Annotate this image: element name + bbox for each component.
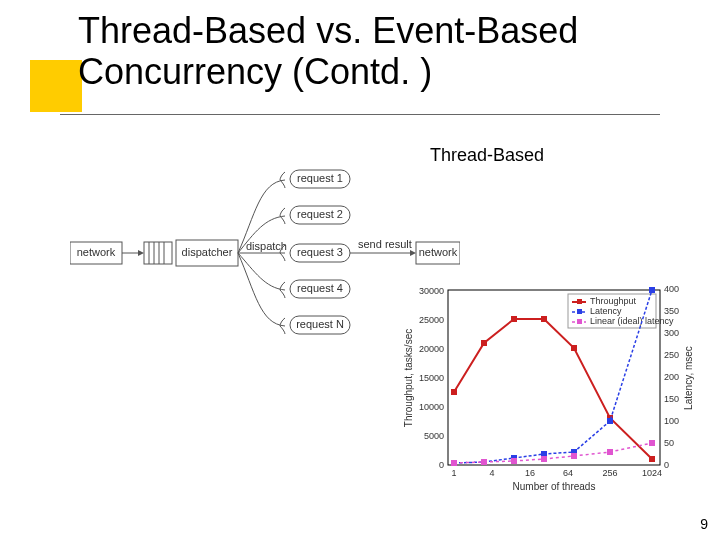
- svg-text:1024: 1024: [642, 468, 662, 478]
- x-axis-label: Number of threads: [513, 481, 596, 492]
- svg-text:5000: 5000: [424, 431, 444, 441]
- svg-text:0: 0: [664, 460, 669, 470]
- legend-latency: Latency: [590, 306, 622, 316]
- legend-linear: Linear (ideal) latency: [590, 316, 674, 326]
- svg-text:20000: 20000: [419, 344, 444, 354]
- svg-rect-21: [577, 319, 582, 324]
- svg-text:10000: 10000: [419, 402, 444, 412]
- svg-text:256: 256: [602, 468, 617, 478]
- title-accent-square: [30, 60, 82, 112]
- svg-rect-62: [571, 453, 577, 459]
- svg-text:50: 50: [664, 438, 674, 448]
- svg-text:15000: 15000: [419, 373, 444, 383]
- svg-rect-17: [577, 299, 582, 304]
- queue-box: [144, 242, 172, 264]
- legend-throughput: Throughput: [590, 296, 637, 306]
- svg-text:request 4: request 4: [297, 282, 343, 294]
- left-axis-label: Throughput, tasks/sec: [403, 329, 414, 427]
- left-axis-ticks: 0 5000 10000 15000 20000 25000 30000: [419, 286, 444, 470]
- svg-rect-63: [607, 449, 613, 455]
- slide-title-block: Thread-Based vs. Event-Based Concurrency…: [30, 10, 690, 93]
- svg-rect-64: [649, 440, 655, 446]
- svg-text:0: 0: [439, 460, 444, 470]
- svg-text:4: 4: [489, 468, 494, 478]
- svg-text:100: 100: [664, 416, 679, 426]
- svg-text:request 3: request 3: [297, 246, 343, 258]
- svg-rect-56: [607, 418, 613, 424]
- network-in-label: network: [77, 246, 116, 258]
- svg-rect-46: [511, 316, 517, 322]
- svg-rect-59: [481, 459, 487, 465]
- svg-rect-57: [649, 287, 655, 293]
- page-number: 9: [700, 516, 708, 532]
- svg-rect-61: [541, 456, 547, 462]
- svg-text:64: 64: [563, 468, 573, 478]
- dispatcher-label: dispatcher: [182, 246, 233, 258]
- throughput-latency-chart: Throughput Latency Linear (ideal) latenc…: [400, 280, 700, 510]
- arrowhead-icon: [138, 250, 144, 256]
- svg-text:16: 16: [525, 468, 535, 478]
- svg-text:request 1: request 1: [297, 172, 343, 184]
- svg-text:200: 200: [664, 372, 679, 382]
- svg-rect-47: [541, 316, 547, 322]
- svg-text:1: 1: [451, 468, 456, 478]
- svg-text:350: 350: [664, 306, 679, 316]
- network-out-label: network: [419, 246, 458, 258]
- send-result-label: send result: [358, 238, 412, 250]
- slide-title: Thread-Based vs. Event-Based Concurrency…: [78, 10, 690, 93]
- svg-text:400: 400: [664, 284, 679, 294]
- arrowhead-icon: [410, 250, 416, 256]
- svg-rect-50: [649, 456, 655, 462]
- svg-rect-60: [511, 458, 517, 464]
- right-axis-label: Latency, msec: [683, 346, 694, 410]
- svg-rect-48: [571, 345, 577, 351]
- svg-text:150: 150: [664, 394, 679, 404]
- svg-rect-44: [451, 389, 457, 395]
- right-axis-ticks: 0 50 100 150 200 250 300 350 400: [664, 284, 679, 470]
- svg-text:300: 300: [664, 328, 679, 338]
- svg-text:request N: request N: [296, 318, 344, 330]
- svg-text:30000: 30000: [419, 286, 444, 296]
- x-axis-ticks: 1 4 16 64 256 1024: [451, 468, 662, 478]
- svg-rect-45: [481, 340, 487, 346]
- svg-text:250: 250: [664, 350, 679, 360]
- svg-text:25000: 25000: [419, 315, 444, 325]
- title-underline: [60, 114, 660, 115]
- svg-rect-58: [451, 460, 457, 466]
- svg-text:request 2: request 2: [297, 208, 343, 220]
- svg-rect-19: [577, 309, 582, 314]
